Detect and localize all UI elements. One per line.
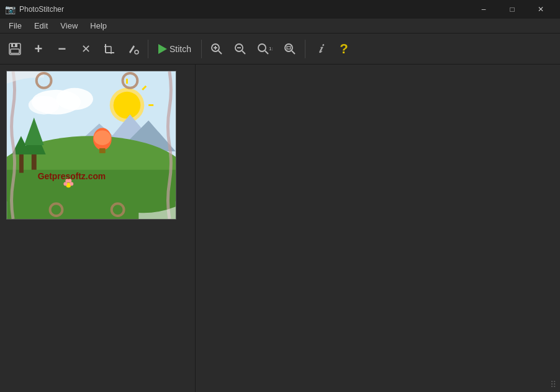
- title-controls: – □ ✕: [469, 0, 555, 19]
- play-icon: [158, 44, 167, 54]
- title-text: PhotoStitcher: [19, 5, 64, 14]
- svg-text:1:1: 1:1: [269, 46, 273, 51]
- zoom-1to1-icon: 1:1: [257, 43, 273, 55]
- delete-button[interactable]: ✕: [75, 38, 97, 60]
- menu-help[interactable]: Help: [84, 19, 113, 33]
- right-panel[interactable]: ⠿: [196, 65, 560, 392]
- fill-button[interactable]: [122, 38, 144, 60]
- zoom-out-button[interactable]: [229, 38, 251, 60]
- menu-edit[interactable]: Edit: [28, 19, 54, 33]
- save-button[interactable]: [4, 38, 26, 60]
- panorama-thumbnail[interactable]: Getpresoftz.com: [6, 71, 176, 220]
- help-icon: ?: [340, 41, 348, 57]
- svg-rect-43: [99, 148, 106, 153]
- svg-line-12: [219, 51, 222, 54]
- minus-icon: −: [58, 42, 66, 56]
- zoom-fit-button[interactable]: [279, 38, 301, 60]
- add-button[interactable]: +: [27, 38, 50, 60]
- stitch-label: Stitch: [169, 44, 191, 54]
- toolbar-separator-3: [305, 40, 305, 58]
- zoom-1to1-button[interactable]: 1:1: [253, 38, 278, 60]
- svg-rect-2: [11, 49, 19, 53]
- menu-view[interactable]: View: [54, 19, 84, 33]
- zoom-in-icon: [210, 43, 223, 55]
- fill-icon: [126, 42, 140, 56]
- svg-point-42: [94, 130, 111, 145]
- svg-point-25: [29, 96, 60, 115]
- svg-point-19: [285, 44, 292, 51]
- menu-file[interactable]: File: [2, 19, 28, 33]
- svg-line-17: [265, 51, 268, 54]
- stitch-button[interactable]: Stitch: [152, 38, 197, 60]
- left-panel: Getpresoftz.com: [0, 65, 196, 392]
- x-icon: ✕: [81, 42, 91, 56]
- minimize-button[interactable]: –: [469, 0, 498, 19]
- svg-line-20: [292, 51, 295, 54]
- maximize-button[interactable]: □: [498, 0, 526, 19]
- svg-rect-3: [13, 44, 15, 47]
- remove-button[interactable]: −: [51, 38, 73, 60]
- svg-point-27: [114, 92, 141, 119]
- svg-point-50: [63, 182, 67, 186]
- svg-point-24: [56, 88, 93, 110]
- help-button[interactable]: ?: [333, 38, 355, 60]
- zoom-out-icon: [234, 43, 246, 55]
- crop-icon: [102, 42, 116, 56]
- main-area: Getpresoftz.com ⠿: [0, 65, 560, 392]
- svg-line-15: [242, 51, 245, 54]
- toolbar-separator-2: [201, 40, 202, 58]
- zoom-fit-icon: [284, 43, 296, 55]
- title-left: 📷 PhotoStitcher: [5, 4, 64, 14]
- zoom-in-button[interactable]: [205, 38, 228, 60]
- title-bar: 📷 PhotoStitcher – □ ✕: [0, 0, 560, 19]
- toolbar: + − ✕ Stitch: [0, 33, 560, 65]
- close-button[interactable]: ✕: [526, 0, 555, 19]
- svg-text:Getpresoftz.com: Getpresoftz.com: [38, 171, 106, 181]
- crop-button[interactable]: [98, 38, 120, 60]
- info-icon: 𝑖: [318, 42, 322, 56]
- menu-bar: File Edit View Help: [0, 19, 560, 33]
- app-icon: 📷: [5, 4, 16, 14]
- info-button[interactable]: 𝑖: [309, 38, 332, 60]
- add-icon: +: [35, 41, 43, 57]
- svg-point-16: [258, 44, 266, 51]
- save-icon: [8, 42, 22, 56]
- svg-point-53: [68, 179, 71, 183]
- toolbar-separator-1: [148, 40, 148, 58]
- svg-rect-39: [19, 151, 24, 173]
- svg-point-51: [70, 182, 73, 186]
- svg-rect-21: [287, 47, 291, 49]
- resize-handle[interactable]: ⠿: [550, 380, 556, 390]
